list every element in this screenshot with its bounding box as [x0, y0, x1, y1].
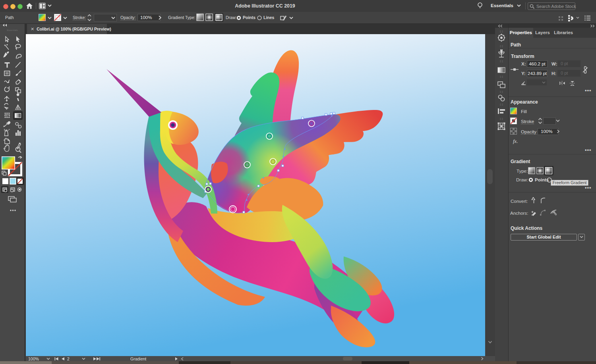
- svg-text:Essentials: Essentials: [7, 29, 17, 31]
